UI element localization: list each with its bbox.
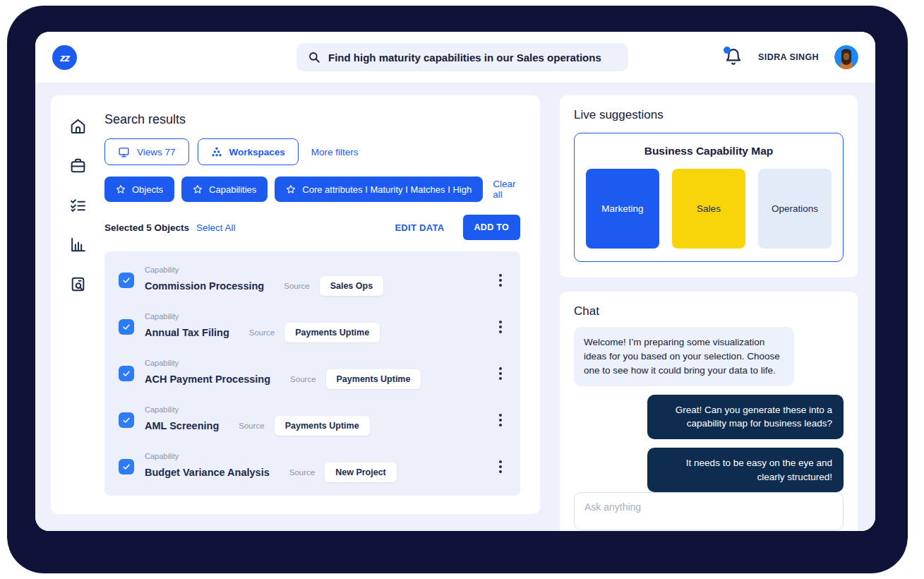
- source-label: Source: [239, 422, 264, 430]
- tile-sales[interactable]: Sales: [672, 169, 745, 249]
- workspaces-icon: [211, 146, 222, 157]
- source-chip[interactable]: Payments Uptime: [275, 416, 370, 436]
- source-label: Source: [249, 328, 275, 337]
- row-type-label: Capability: [145, 405, 370, 414]
- source-label: Source: [284, 282, 309, 290]
- filter-chip-label: Objects: [132, 184, 163, 195]
- results-list: Capability Commission Processing Source …: [104, 251, 520, 496]
- row-content: Capability Commission Processing Source …: [145, 265, 383, 296]
- search-input[interactable]: [328, 52, 617, 64]
- views-button[interactable]: Views 77: [104, 138, 189, 165]
- row-type-label: Capability: [145, 359, 421, 367]
- filter-chip-label: Core attributes I Maturity I Matches I H…: [302, 184, 472, 195]
- user-avatar[interactable]: [834, 45, 858, 69]
- row-menu-icon[interactable]: [495, 270, 506, 291]
- table-row: Capability ACH Payment Processing Source…: [104, 350, 520, 397]
- select-all-link[interactable]: Select All: [196, 222, 236, 233]
- tile-operations[interactable]: Operations: [758, 169, 832, 249]
- search-icon: [308, 51, 320, 64]
- capability-map-suggestion[interactable]: Business Capability Map Marketing Sales …: [574, 133, 844, 262]
- row-name: Annual Tax Filing: [145, 327, 229, 338]
- search-results-panel: Search results Views 77: [104, 108, 520, 500]
- app-window: zz: [35, 32, 875, 531]
- chat-input[interactable]: [574, 492, 844, 530]
- selected-count: Selected 5 Objects: [104, 222, 189, 233]
- row-menu-icon[interactable]: [495, 363, 506, 384]
- home-icon[interactable]: [68, 117, 87, 135]
- app-logo[interactable]: zz: [52, 45, 77, 70]
- checklist-icon[interactable]: [68, 196, 87, 214]
- row-checkbox[interactable]: [119, 459, 134, 474]
- filter-chip-capabilities[interactable]: Capabilities: [181, 177, 268, 202]
- source-chip[interactable]: Payments Uptime: [326, 369, 421, 389]
- table-row: Capability Budget Variance Analysis Sour…: [104, 443, 520, 490]
- source-chip[interactable]: New Project: [325, 462, 397, 482]
- table-row: Capability AML Screening Source Payments…: [104, 397, 520, 443]
- active-filters-row: Objects Capabilities: [104, 177, 520, 202]
- page-title: Search results: [104, 108, 520, 127]
- workspaces-button-label: Workspaces: [229, 147, 285, 157]
- filter-chip-objects[interactable]: Objects: [104, 177, 174, 202]
- views-button-label: Views 77: [137, 147, 176, 157]
- notifications-button[interactable]: [724, 48, 743, 66]
- row-type-label: Capability: [145, 265, 383, 274]
- global-search[interactable]: [296, 43, 628, 71]
- row-name: AML Screening: [145, 420, 219, 431]
- row-type-label: Capability: [145, 312, 380, 321]
- tile-marketing[interactable]: Marketing: [586, 169, 659, 249]
- table-row: Capability Annual Tax Filing Source Paym…: [104, 304, 520, 350]
- chat-card: Chat Welcome! I’m preparing some visuali…: [560, 292, 858, 531]
- filter-chip-label: Capabilities: [209, 184, 256, 195]
- star-icon: [286, 184, 296, 194]
- search-results-card: Search results Views 77: [51, 95, 540, 514]
- table-row: Capability Commission Processing Source …: [104, 257, 520, 304]
- bar-chart-icon[interactable]: [68, 235, 87, 253]
- briefcase-icon[interactable]: [68, 156, 87, 174]
- star-icon: [116, 184, 126, 194]
- source-chip[interactable]: Payments Uptime: [284, 323, 380, 342]
- content-area: Search results Views 77: [35, 83, 875, 531]
- source-label: Source: [290, 375, 316, 383]
- selection-toolbar: Selected 5 Objects Select All EDIT DATA …: [104, 215, 520, 240]
- row-menu-icon[interactable]: [495, 456, 506, 477]
- filter-buttons-row: Views 77 Workspaces: [104, 138, 520, 165]
- top-bar: zz: [35, 32, 875, 83]
- row-checkbox[interactable]: [119, 412, 134, 428]
- add-to-button[interactable]: ADD TO: [463, 215, 521, 240]
- row-name: Budget Variance Analysis: [145, 467, 270, 478]
- chat-title: Chat: [574, 304, 844, 318]
- capability-map-tiles: Marketing Sales Operations: [586, 169, 832, 249]
- capability-map-title: Business Capability Map: [586, 145, 832, 157]
- row-checkbox[interactable]: [119, 319, 134, 335]
- page: zz: [0, 0, 924, 579]
- more-filters-link[interactable]: More filters: [311, 147, 359, 157]
- clear-all-link[interactable]: Clear all: [493, 179, 520, 200]
- star-icon: [193, 184, 203, 194]
- row-content: Capability Budget Variance Analysis Sour…: [145, 452, 397, 482]
- row-content: Capability Annual Tax Filing Source Paym…: [145, 312, 380, 342]
- row-checkbox[interactable]: [119, 366, 134, 381]
- row-type-label: Capability: [145, 452, 397, 460]
- sidebar-nav: [51, 108, 104, 500]
- source-label: Source: [289, 468, 315, 477]
- row-checkbox[interactable]: [119, 273, 134, 288]
- user-name: SIDRA SINGH: [758, 52, 819, 62]
- filter-chip-core-attributes[interactable]: Core attributes I Maturity I Matches I H…: [275, 177, 483, 202]
- chat-message-user: It needs to be easy on the eye and clear…: [647, 448, 844, 492]
- monitor-icon: [118, 146, 130, 158]
- chat-message-bot: Welcome! I’m preparing some visualizatio…: [574, 327, 794, 386]
- row-content: Capability ACH Payment Processing Source…: [145, 359, 421, 389]
- live-suggestions-card: Live suggestions Business Capability Map…: [560, 95, 858, 277]
- workspaces-button[interactable]: Workspaces: [198, 138, 299, 165]
- row-name: Commission Processing: [145, 280, 264, 292]
- row-menu-icon[interactable]: [495, 410, 506, 431]
- row-name: ACH Payment Processing: [145, 374, 270, 385]
- document-search-icon[interactable]: [68, 275, 87, 293]
- chat-message-user: Great! Can you generate these into a cap…: [647, 395, 844, 439]
- source-chip[interactable]: Sales Ops: [320, 276, 383, 296]
- row-menu-icon[interactable]: [495, 316, 506, 338]
- topbar-right: SIDRA SINGH: [724, 45, 858, 69]
- right-panel: Live suggestions Business Capability Map…: [560, 95, 858, 514]
- app-logo-text: zz: [60, 52, 69, 64]
- edit-data-button[interactable]: EDIT DATA: [395, 222, 444, 233]
